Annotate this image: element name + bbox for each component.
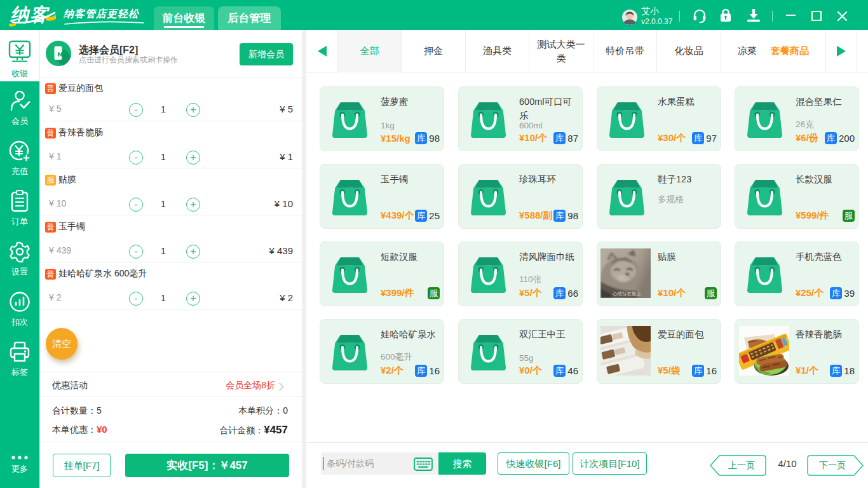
svg-text:心情写在脸上: 心情写在脸上 <box>612 291 642 297</box>
